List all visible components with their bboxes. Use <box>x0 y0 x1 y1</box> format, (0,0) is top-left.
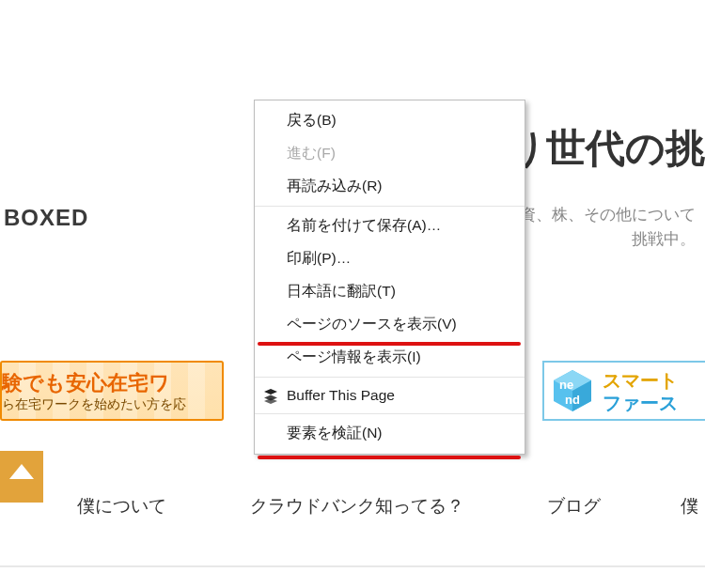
svg-marker-5 <box>264 389 277 395</box>
page-title: り世代の挑 <box>506 122 705 175</box>
ad-banner-left-line2: ら在宅ワークを始めたい方を応 <box>2 396 186 413</box>
annotation-underline-inspect <box>258 456 521 459</box>
nav-divider <box>0 565 705 567</box>
nend-line2: ファース <box>603 391 678 416</box>
ad-banner-left[interactable]: 験でも安心在宅ワ ら在宅ワークを始めたい方を応 <box>0 361 224 421</box>
ctx-buffer-label: Buffer This Page <box>287 387 395 403</box>
logo-text: BOXED <box>4 205 88 231</box>
annotation-underline-source <box>258 342 521 346</box>
ctx-translate[interactable]: 日本語に翻訳(T) <box>255 275 525 308</box>
ctx-view-source[interactable]: ページのソースを表示(V) <box>255 308 525 341</box>
ctx-forward: 進む(F) <box>255 137 525 170</box>
nav-home-tile[interactable] <box>0 451 43 503</box>
svg-text:nd: nd <box>565 393 580 407</box>
ctx-sep-1 <box>255 206 525 207</box>
ctx-save-as[interactable]: 名前を付けて保存(A)… <box>255 209 525 242</box>
page-subtitle: 投資、株、その他について 挑戦中。 <box>504 203 696 251</box>
ad-banner-nend[interactable]: ne nd スマート ファース <box>542 361 705 421</box>
nend-line1: スマート <box>603 368 678 394</box>
subtitle-line2: 挑戦中。 <box>632 230 696 248</box>
nav-about[interactable]: 僕について <box>77 494 166 518</box>
ctx-buffer[interactable]: Buffer This Page <box>255 380 525 410</box>
svg-text:ne: ne <box>559 378 573 392</box>
ctx-print[interactable]: 印刷(P)… <box>255 242 525 275</box>
ctx-back[interactable]: 戻る(B) <box>255 104 525 137</box>
svg-marker-7 <box>264 398 277 404</box>
ctx-reload[interactable]: 再読み込み(R) <box>255 170 525 203</box>
nend-cube-icon: ne nd <box>550 368 595 413</box>
context-menu: 戻る(B) 進む(F) 再読み込み(R) 名前を付けて保存(A)… 印刷(P)…… <box>254 100 525 455</box>
buffer-icon <box>262 388 279 405</box>
nav-blog[interactable]: ブログ <box>547 494 601 518</box>
ad-banner-left-line1: 験でも安心在宅ワ <box>2 369 170 397</box>
nav-extra[interactable]: 僕 <box>681 494 698 518</box>
subtitle-line1: 投資、株、その他について <box>504 206 696 224</box>
ctx-sep-3 <box>255 413 525 414</box>
ctx-page-info[interactable]: ページ情報を表示(I) <box>255 341 525 374</box>
ctx-inspect[interactable]: 要素を検証(N) <box>255 417 525 450</box>
up-arrow-icon <box>9 464 34 479</box>
nav-crowdbank[interactable]: クラウドバンク知ってる？ <box>250 494 464 518</box>
ctx-sep-2 <box>255 377 525 378</box>
